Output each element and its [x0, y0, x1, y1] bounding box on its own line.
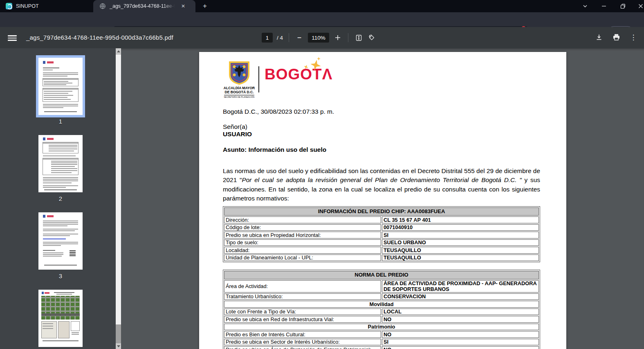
browser-nav-toolbar: sdp.esri.co/server/rest/directories/arcg… — [0, 12, 644, 27]
row-value: CL 35 15 67 AP 401 — [382, 216, 539, 223]
table-row: Predio es Bien de Interés Cultural:NO — [224, 331, 539, 338]
thumbnail-preview[interactable] — [38, 58, 83, 115]
window-restore-button[interactable] — [613, 0, 632, 12]
thumbnail-preview[interactable] — [38, 212, 83, 270]
row-label: Predio se ubica en Sector de Interés Urb… — [224, 339, 381, 346]
predio-info-table: INFORMACIÓN DEL PREDIO CHIP: AAA0083FUEA… — [223, 206, 540, 263]
table-row: Dirección:CL 35 15 67 AP 401 — [224, 216, 539, 223]
crest-divider — [224, 95, 254, 95]
thumbnail-page-number: 3 — [59, 272, 62, 279]
body-paragraph: Las normas de uso del suelo y edificabil… — [223, 167, 540, 203]
zoom-out-button[interactable]: − — [295, 33, 304, 42]
city-crest: ALCALDÍA MAYOR DE BOGOTÁ D.C. SECRETARÍA… — [222, 61, 256, 98]
table-row: Predio se ubica en Red de Infraestructur… — [224, 316, 539, 323]
tab-label: _ags_797de634-4768-11ee-995d-0 — [110, 3, 175, 9]
pdf-thumbnail-sidebar: 1 2 3 4 — [0, 48, 121, 349]
pdf-thumbnail-page-1[interactable]: 1 — [0, 58, 121, 125]
row-label: Unidad de Planeamiento Local - UPL: — [224, 254, 381, 261]
pdf-thumbnail-page-4[interactable]: 4 — [0, 290, 121, 349]
sidebar-scrollbar[interactable] — [116, 48, 121, 349]
pdf-thumbnail-page-3[interactable]: 3 — [0, 212, 121, 279]
download-icon[interactable] — [595, 33, 604, 42]
tab-sinupot[interactable]: SINUPOT — [0, 0, 88, 12]
row-label: Localidad: — [224, 247, 381, 254]
crest-title: ALCALDÍA MAYOR — [222, 86, 256, 90]
norma-predio-table: NORMA DEL PREDIO Área de Actividad:ÁREA … — [223, 270, 540, 349]
thumbnail-page-number: 1 — [59, 118, 62, 125]
row-value: NO — [382, 346, 539, 349]
sinupot-favicon-icon — [6, 3, 12, 9]
window-minimize-button[interactable] — [595, 0, 613, 12]
pdf-viewer-toolbar: _ags_797de634-4768-11ee-995d-000d3a7c66b… — [0, 27, 644, 48]
table-row: Predio se ubica en Propiedad Horizontal:… — [224, 232, 539, 239]
table-title: NORMA DEL PREDIO — [224, 271, 539, 279]
row-value: TEUSAQUILLO — [382, 254, 539, 261]
table-title: INFORMACIÓN DEL PREDIO CHIP: AAA0083FUEA — [224, 207, 539, 216]
row-value: CONSERVACION — [382, 293, 539, 300]
table-row: Código de lote:0071040910 — [224, 224, 539, 231]
row-value: LOCAL — [382, 308, 539, 315]
browser-tab-strip: SINUPOT _ags_797de634-4768-11ee-995d-0 ✕… — [0, 0, 644, 12]
zoom-in-button[interactable] — [333, 33, 342, 42]
tab-search-chevron-icon[interactable] — [576, 0, 595, 12]
globe-favicon-icon — [99, 3, 106, 9]
toolbar-divider — [348, 33, 348, 42]
star-icon — [317, 57, 321, 61]
zoom-level-input[interactable]: 110% — [308, 33, 329, 43]
table-row: Área de Actividad:ÁREA DE ACTIVIDAD DE P… — [224, 280, 539, 293]
row-value: SI — [382, 232, 539, 239]
table-row: Tratamiento Urbanístico:CONSERVACION — [224, 293, 539, 300]
tab-pdf-report[interactable]: _ags_797de634-4768-11ee-995d-0 ✕ — [93, 0, 195, 12]
row-value: SUELO URBANO — [382, 239, 539, 246]
rotate-icon[interactable] — [367, 33, 376, 42]
toolbar-divider — [289, 33, 289, 42]
row-label: Área de Actividad: — [224, 280, 381, 293]
table-section-row: Movilidad — [224, 301, 539, 308]
row-value: SI — [382, 339, 539, 346]
row-label: Dirección: — [224, 216, 381, 223]
row-label: Tipo de suelo: — [224, 239, 381, 246]
row-label: Lote con Frente a Tipo de Vía: — [224, 308, 381, 315]
scroll-up-icon[interactable] — [116, 48, 121, 54]
section-label: Patrimonio — [224, 324, 539, 331]
pdf-thumbnail-page-2[interactable]: 2 — [0, 135, 121, 202]
table-row: Localidad:TEUSAQUILLO — [224, 247, 539, 254]
table-section-row: Patrimonio — [224, 324, 539, 331]
recipient: USUARIO — [223, 131, 540, 138]
table-row: Lote con Frente a Tipo de Vía:LOCAL — [224, 308, 539, 315]
page-total-label: / 4 — [277, 35, 283, 41]
row-label: Predio se ubica en Propiedad Horizontal: — [224, 232, 381, 239]
window-close-button[interactable] — [631, 0, 644, 12]
row-value: 0071040910 — [382, 224, 539, 231]
row-value: NO — [382, 331, 539, 338]
more-options-icon[interactable]: ⋮ — [629, 33, 638, 42]
fit-to-page-icon[interactable] — [354, 33, 363, 42]
coat-of-arms-icon — [229, 61, 250, 85]
subject-line: Asunto: Información uso del suelo — [223, 146, 540, 154]
row-label: Predio se ubica en Red de Infraestructur… — [224, 316, 381, 323]
row-value: TEUSAQUILLO — [382, 247, 539, 254]
pdf-sidebar-toggle-icon[interactable] — [8, 34, 17, 41]
print-icon[interactable] — [612, 33, 621, 42]
pdf-filename: _ags_797de634-4768-11ee-995d-000d3a7c66b… — [26, 34, 173, 41]
tab-label: SINUPOT — [16, 3, 39, 9]
row-value: NO — [382, 316, 539, 323]
row-label: Código de lote: — [224, 224, 381, 231]
row-label: Predio es Bien de Interés Cultural: — [224, 331, 381, 338]
table-row: Tipo de suelo:SUELO URBANO — [224, 239, 539, 246]
thumbnail-preview[interactable] — [38, 290, 83, 347]
new-tab-button[interactable]: + — [200, 2, 210, 11]
tab-close-icon[interactable]: ✕ — [180, 2, 187, 10]
thumbnail-preview[interactable] — [38, 135, 83, 192]
document-date: Bogotá D.C., 30/08/2023 02:07:33 p. m. — [223, 108, 540, 116]
thumbnail-page-number: 2 — [59, 195, 62, 202]
table-row: Predio se ubica en Área de Protección de… — [224, 346, 539, 349]
pdf-content-area: 1 2 3 4 — [0, 48, 644, 349]
row-label: Tratamiento Urbanístico: — [224, 293, 381, 300]
bogota-logo: BOGOTΛ — [265, 67, 332, 82]
scroll-down-icon[interactable] — [116, 343, 121, 349]
crest-title2: DE BOGOTÁ D.C. — [222, 90, 256, 94]
scrollbar-thumb[interactable] — [116, 54, 121, 324]
table-row: Unidad de Planeamiento Local - UPL:TEUSA… — [224, 254, 539, 261]
page-number-input[interactable]: 1 — [262, 33, 273, 43]
